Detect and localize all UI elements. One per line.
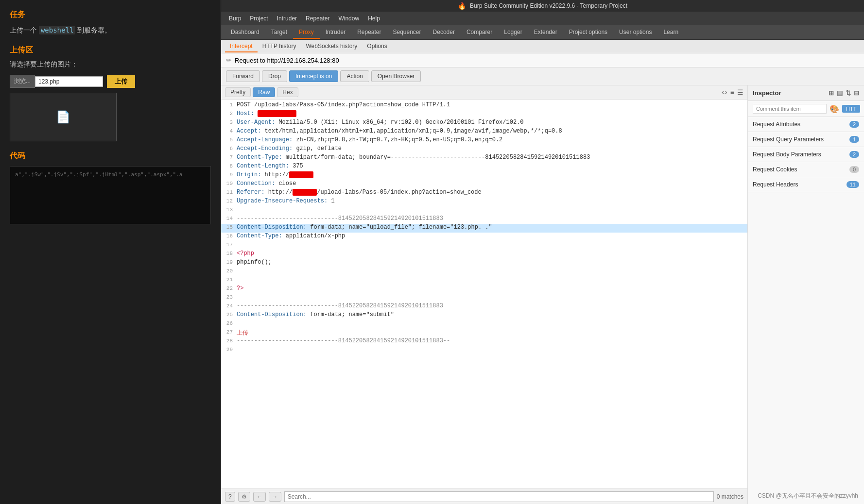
tab-intruder[interactable]: Intruder: [320, 26, 351, 39]
line-5: 5 Accept-Language: zh-CN,zh;q=0.8,zh-TW;…: [221, 136, 747, 145]
line-25: 25 Content-Disposition: form-data; name=…: [221, 311, 747, 320]
back-button[interactable]: ←: [253, 492, 266, 502]
headers-count: 11: [847, 181, 859, 188]
tab-target[interactable]: Target: [265, 26, 293, 39]
editor-tab-hex[interactable]: Hex: [277, 87, 298, 97]
request-content[interactable]: 1 POST /upload-labs/Pass-05/index.php?ac…: [221, 100, 747, 488]
tab-comparer[interactable]: Comparer: [461, 26, 498, 39]
upload-title: 上传区: [10, 45, 211, 55]
tab-extender[interactable]: Extender: [528, 26, 563, 39]
comment-input[interactable]: [753, 104, 827, 114]
inspector-cookies[interactable]: Request Cookies 0: [748, 162, 864, 177]
burp-panel: 🔥 Burp Suite Community Edition v2022.9.6…: [221, 0, 864, 504]
inspector-query-params[interactable]: Request Query Parameters 1: [748, 132, 864, 147]
editor-tabs: Pretty Raw Hex ⇔ ≡ ☰: [221, 85, 747, 100]
line-4: 4 Accept: text/html,application/xhtml+xm…: [221, 128, 747, 136]
sort-icon[interactable]: ⇅: [846, 89, 851, 97]
task-text: 上传一个 webshell 到服务器。: [10, 25, 211, 35]
query-params-label: Request Query Parameters: [753, 136, 824, 143]
settings-button[interactable]: ⚙: [238, 492, 250, 502]
inspector-header-icons: ⊞ ▤ ⇅ ⊟: [829, 89, 859, 97]
search-input[interactable]: [284, 491, 714, 502]
intercept-button[interactable]: Intercept is on: [289, 70, 338, 82]
palette-icon[interactable]: 🎨: [829, 104, 839, 114]
drop-button[interactable]: Drop: [262, 70, 287, 82]
browse-button[interactable]: 浏览...: [10, 75, 35, 88]
main-tabs: Dashboard Target Proxy Intruder Repeater…: [221, 25, 864, 40]
inspector-panel: Inspector ⊞ ▤ ⇅ ⊟ 🎨 HTT Request Attribut…: [747, 85, 864, 504]
tab-logger[interactable]: Logger: [498, 26, 528, 39]
editor-tab-pretty[interactable]: Pretty: [225, 87, 251, 97]
inspector-request-attributes[interactable]: Request Attributes 2: [748, 117, 864, 132]
action-button[interactable]: Action: [340, 70, 369, 82]
menu-project[interactable]: Project: [246, 14, 272, 23]
content-area: Pretty Raw Hex ⇔ ≡ ☰ 1 POST /upload-labs…: [221, 85, 864, 504]
title-bar: 🔥 Burp Suite Community Edition v2022.9.6…: [221, 0, 864, 12]
forward-button[interactable]: Forward: [226, 70, 260, 82]
task-text-after: 到服务器。: [77, 26, 111, 34]
subtab-http-history[interactable]: HTTP history: [258, 41, 301, 52]
http-panel-btn[interactable]: HTT: [842, 105, 860, 113]
inspector-body-params[interactable]: Request Body Parameters 2: [748, 147, 864, 162]
body-params-label: Request Body Parameters: [753, 151, 821, 158]
task-title: 任务: [10, 10, 211, 20]
menu-burp[interactable]: Burp: [225, 14, 245, 23]
tab-learn[interactable]: Learn: [657, 26, 684, 39]
menu-bar: Burp Project Intruder Repeater Window He…: [221, 12, 864, 25]
window-title: Burp Suite Community Edition v2022.9.6 -…: [470, 2, 627, 9]
line-23: 23: [221, 294, 747, 302]
line-2: 2 Host:: [221, 110, 747, 119]
subtab-websockets[interactable]: WebSockets history: [301, 41, 363, 52]
editor-tab-raw[interactable]: Raw: [253, 87, 275, 97]
request-attributes-label: Request Attributes: [753, 121, 800, 128]
request-editor: Pretty Raw Hex ⇔ ≡ ☰ 1 POST /upload-labs…: [221, 85, 747, 504]
tab-repeater[interactable]: Repeater: [351, 26, 387, 39]
line-7: 7 Content-Type: multipart/form-data; bou…: [221, 154, 747, 163]
code-content: a",".jSw",".jSv",".jSpf",".jHtml",".asp"…: [15, 171, 206, 178]
help-button[interactable]: ?: [225, 492, 235, 502]
open-browser-button[interactable]: Open Browser: [371, 70, 421, 82]
line-17: 17: [221, 241, 747, 250]
line-20: 20: [221, 268, 747, 276]
headers-label: Request Headers: [753, 181, 798, 188]
task-text-before: 上传一个: [10, 26, 37, 34]
subtab-options[interactable]: Options: [362, 41, 392, 52]
editor-icons: ⇔ ≡ ☰: [722, 88, 743, 96]
menu-help[interactable]: Help: [364, 14, 384, 23]
wrap-icon[interactable]: ⇔: [722, 88, 727, 96]
line-24: 24 -----------------------------81452205…: [221, 302, 747, 311]
tab-proxy[interactable]: Proxy: [293, 26, 320, 39]
line-1: 1 POST /upload-labs/Pass-05/index.php?ac…: [221, 101, 747, 110]
line-28: 28 -----------------------------81452205…: [221, 337, 747, 346]
more-icon[interactable]: ☰: [737, 88, 743, 96]
upload-label: 请选择要上传的图片：: [10, 60, 211, 69]
body-params-count: 2: [849, 151, 859, 158]
task-highlight: webshell: [39, 26, 75, 34]
code-box: a",".jSw",".jSv",".jSpf",".jHtml",".asp"…: [10, 166, 211, 224]
tab-decoder[interactable]: Decoder: [427, 26, 461, 39]
line-11: 11 Referer: http:///upload-labs/Pass-05/…: [221, 189, 747, 198]
tab-user-options[interactable]: User options: [613, 26, 657, 39]
tab-project-options[interactable]: Project options: [563, 26, 613, 39]
inspector-headers[interactable]: Request Headers 11: [748, 177, 864, 192]
line-13: 13: [221, 206, 747, 215]
list-icon[interactable]: ▤: [837, 89, 843, 97]
file-name-input[interactable]: [35, 76, 103, 87]
collapse-icon[interactable]: ⊟: [854, 89, 859, 97]
grid-icon[interactable]: ⊞: [829, 89, 834, 97]
tab-sequencer[interactable]: Sequencer: [387, 26, 427, 39]
tab-dashboard[interactable]: Dashboard: [225, 26, 265, 39]
menu-window[interactable]: Window: [334, 14, 363, 23]
editor-tabs-left: Pretty Raw Hex: [225, 87, 298, 97]
indent-icon[interactable]: ≡: [730, 88, 734, 96]
upload-button[interactable]: 上传: [107, 75, 135, 88]
code-title: 代码: [10, 151, 211, 161]
forward-nav-button[interactable]: →: [269, 492, 281, 502]
action-buttons: Forward Drop Intercept is on Action Open…: [221, 67, 864, 85]
line-22: 22 ?>: [221, 285, 747, 294]
menu-intruder[interactable]: Intruder: [273, 14, 301, 23]
request-attributes-count: 2: [849, 121, 859, 128]
menu-repeater[interactable]: Repeater: [302, 14, 333, 23]
subtab-intercept[interactable]: Intercept: [225, 41, 258, 52]
line-18: 18 <?php: [221, 250, 747, 259]
